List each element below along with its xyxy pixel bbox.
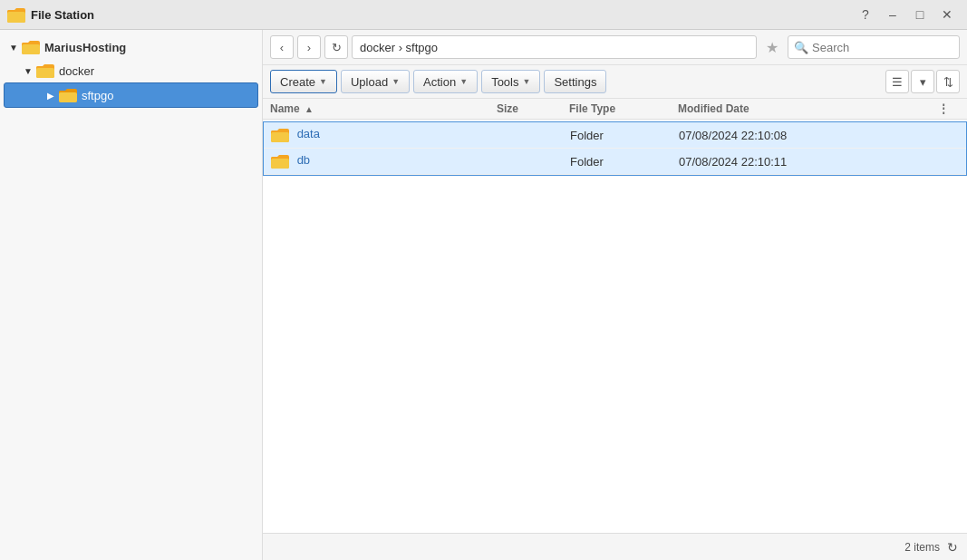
sidebar-root-item[interactable]: ▼ MariusHosting xyxy=(0,35,262,59)
app-icon xyxy=(7,5,25,24)
create-button[interactable]: Create ▼ xyxy=(270,70,337,93)
file-name: db xyxy=(297,153,310,167)
file-name-cell: data xyxy=(271,127,498,143)
create-dropdown-icon: ▼ xyxy=(319,77,327,86)
view-controls: ☰ ▾ ⇅ xyxy=(885,70,960,93)
search-box: 🔍 xyxy=(788,35,960,59)
search-input[interactable] xyxy=(812,41,953,54)
col-size-header[interactable]: Size xyxy=(497,102,569,115)
refresh-button[interactable]: ↻ xyxy=(324,35,348,59)
sftpgo-folder-icon xyxy=(59,87,77,103)
sidebar-item-docker[interactable]: ▼ docker xyxy=(0,59,262,82)
action-button[interactable]: Action ▼ xyxy=(413,70,478,93)
table-row[interactable]: db Folder 07/08/2024 22:10:11 xyxy=(264,149,966,175)
file-name-cell: db xyxy=(271,153,498,169)
col-type-header[interactable]: File Type xyxy=(569,102,678,115)
list-view-button[interactable]: ☰ xyxy=(885,70,909,93)
collapse-icon: ▼ xyxy=(7,41,20,53)
docker-folder-icon xyxy=(36,63,54,79)
file-date: 07/08/2024 22:10:08 xyxy=(679,129,787,142)
close-button[interactable]: ✕ xyxy=(934,4,960,25)
help-button[interactable]: ? xyxy=(853,4,878,25)
file-date-cell: 07/08/2024 22:10:08 xyxy=(679,129,959,142)
svg-rect-3 xyxy=(22,44,40,54)
sidebar-item-sftpgo[interactable]: ▶ sftpgo xyxy=(4,82,258,108)
svg-rect-7 xyxy=(59,92,77,102)
maximize-button[interactable]: □ xyxy=(907,4,933,25)
forward-button[interactable]: › xyxy=(297,35,321,59)
file-list-header: Name ▲ Size File Type Modified Date ⋮ xyxy=(263,99,967,120)
status-bar: 2 items ↻ xyxy=(263,533,967,560)
docker-expand-icon: ▼ xyxy=(22,64,34,77)
settings-button[interactable]: Settings xyxy=(544,70,606,93)
sftpgo-expand-icon: ▶ xyxy=(44,89,57,101)
back-button[interactable]: ‹ xyxy=(270,35,294,59)
minimize-button[interactable]: – xyxy=(880,4,905,25)
window-controls: ? – □ ✕ xyxy=(853,4,960,25)
sort-button[interactable]: ⇅ xyxy=(936,70,960,93)
upload-dropdown-icon: ▼ xyxy=(392,77,400,86)
titlebar: File Station ? – □ ✕ xyxy=(0,0,967,30)
tools-button[interactable]: Tools ▼ xyxy=(481,70,540,93)
col-name-header[interactable]: Name ▲ xyxy=(270,102,497,115)
table-row[interactable]: data Folder 07/08/2024 22:10:08 xyxy=(264,122,966,149)
bookmark-button[interactable]: ★ xyxy=(760,35,784,59)
docker-label: docker xyxy=(59,64,94,78)
upload-button[interactable]: Upload ▼ xyxy=(341,70,410,93)
root-folder-icon xyxy=(22,39,40,55)
app-body: ▼ MariusHosting ▼ docker ▶ xyxy=(0,30,967,560)
search-icon: 🔍 xyxy=(794,41,808,54)
svg-rect-11 xyxy=(271,159,289,169)
file-type-cell: Folder xyxy=(570,155,679,169)
address-bar[interactable] xyxy=(352,35,757,59)
col-more-header: ⋮ xyxy=(938,102,960,115)
folder-icon xyxy=(271,127,289,143)
file-type: Folder xyxy=(570,155,604,169)
sidebar: ▼ MariusHosting ▼ docker ▶ xyxy=(0,30,263,560)
toolbar-top: ‹ › ↻ ★ 🔍 xyxy=(263,30,967,65)
item-count: 2 items xyxy=(904,541,940,554)
file-type-cell: Folder xyxy=(570,129,679,142)
file-list: Name ▲ Size File Type Modified Date ⋮ xyxy=(263,99,967,533)
status-refresh-button[interactable]: ↻ xyxy=(947,540,958,555)
app-title: File Station xyxy=(31,8,853,22)
toolbar-buttons: Create ▼ Upload ▼ Action ▼ Tools ▼ Setti… xyxy=(263,65,967,99)
file-date: 07/08/2024 22:10:11 xyxy=(679,155,787,169)
svg-rect-1 xyxy=(7,12,25,23)
sftpgo-label: sftpgo xyxy=(82,89,113,102)
selected-files-group: data Folder 07/08/2024 22:10:08 xyxy=(263,121,967,176)
view-option-button[interactable]: ▾ xyxy=(911,70,934,93)
file-name: data xyxy=(297,127,320,140)
sort-arrow-icon: ▲ xyxy=(305,104,314,114)
folder-icon xyxy=(271,153,289,169)
file-type: Folder xyxy=(570,129,604,142)
root-label: MariusHosting xyxy=(44,41,126,54)
svg-rect-5 xyxy=(36,68,54,78)
svg-rect-9 xyxy=(271,132,289,142)
file-date-cell: 07/08/2024 22:10:11 xyxy=(679,155,959,169)
main-panel: ‹ › ↻ ★ 🔍 Create ▼ Upload ▼ Action ▼ xyxy=(263,30,967,560)
action-dropdown-icon: ▼ xyxy=(459,77,468,86)
col-date-header[interactable]: Modified Date xyxy=(678,102,938,115)
tools-dropdown-icon: ▼ xyxy=(523,77,531,86)
